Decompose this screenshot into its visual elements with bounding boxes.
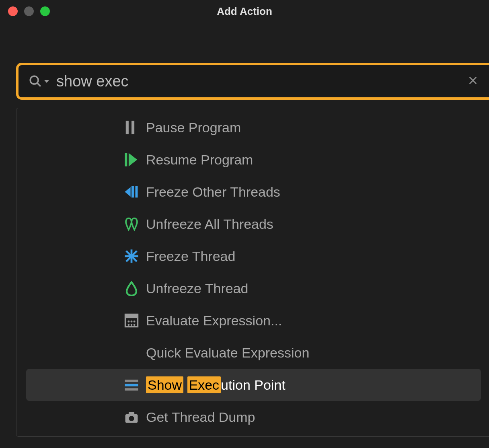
action-label: Unfreeze Thread <box>146 281 249 296</box>
drop-icon <box>123 279 140 297</box>
search-filter-dropdown-icon[interactable] <box>44 80 49 83</box>
action-label: Unfreeze All Threads <box>146 216 273 232</box>
action-item[interactable]: Freeze Other Threads <box>26 176 481 208</box>
action-label: Freeze Other Threads <box>146 184 280 200</box>
action-item[interactable]: Unfreeze Thread <box>26 272 481 304</box>
svg-point-0 <box>30 76 38 84</box>
pause-icon <box>123 119 140 136</box>
action-results-list: Pause ProgramResume ProgramFreeze Other … <box>16 108 489 437</box>
window-controls <box>8 6 50 16</box>
action-item[interactable]: Pause Program <box>26 111 481 144</box>
close-window-button[interactable] <box>8 6 18 16</box>
action-item[interactable]: Show Execution Point <box>26 369 481 401</box>
maximize-window-button[interactable] <box>40 6 50 16</box>
action-item[interactable]: Resume Program <box>26 144 481 176</box>
calculator-icon <box>123 312 140 329</box>
search-input[interactable] <box>56 73 467 90</box>
action-item[interactable]: Evaluate Expression... <box>26 304 481 337</box>
snowflake-icon <box>123 247 140 265</box>
clear-search-icon[interactable] <box>467 75 480 88</box>
search-box[interactable] <box>16 63 489 100</box>
action-item[interactable]: Get Thread Dump <box>26 401 481 433</box>
window-title: Add Action <box>0 5 489 18</box>
execution-point-icon <box>123 376 140 394</box>
action-label: Pause Program <box>146 120 241 136</box>
action-item[interactable]: Freeze Thread <box>26 240 481 272</box>
no-icon <box>123 344 140 362</box>
camera-icon <box>123 408 140 426</box>
search-icon[interactable] <box>27 73 43 89</box>
action-label: Freeze Thread <box>146 249 235 264</box>
minimize-window-button[interactable] <box>24 6 34 16</box>
action-label: Quick Evaluate Expression <box>146 345 309 361</box>
svg-line-1 <box>37 83 41 86</box>
action-item[interactable]: Quick Evaluate Expression <box>26 337 481 369</box>
action-label: Show Execution Point <box>146 377 286 393</box>
unfreeze-all-icon <box>123 215 140 233</box>
action-item[interactable]: Unfreeze All Threads <box>26 208 481 240</box>
titlebar: Add Action <box>0 0 489 23</box>
action-label: Evaluate Expression... <box>146 313 282 329</box>
action-label: Get Thread Dump <box>146 409 255 425</box>
resume-icon <box>123 151 140 169</box>
freeze-others-icon <box>123 183 140 201</box>
action-label: Resume Program <box>146 152 253 168</box>
